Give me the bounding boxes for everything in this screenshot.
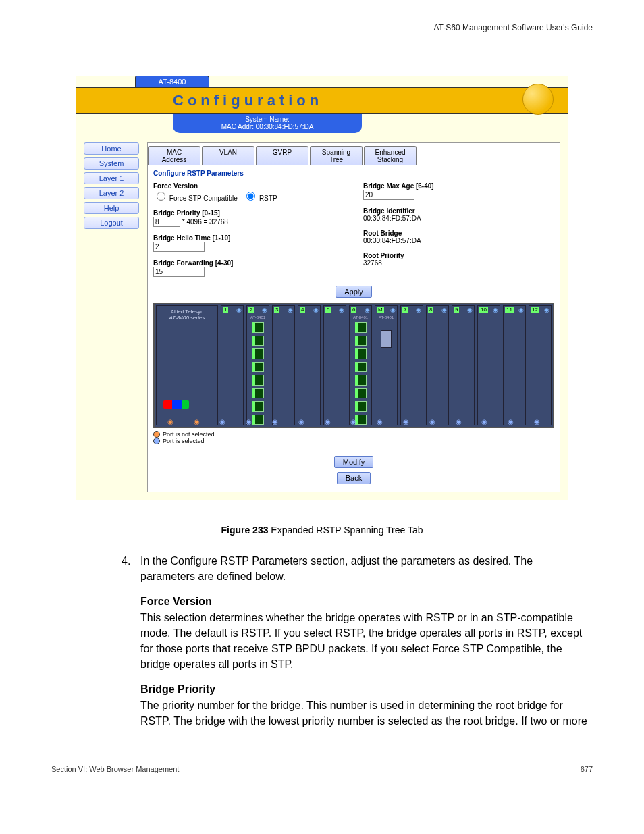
bridge-priority-label: Bridge Priority [0-15]	[153, 209, 220, 217]
chassis-label-slot: Allied Telesyn AT-8400 series	[156, 305, 218, 425]
tab-gvrp[interactable]: GVRP	[256, 146, 308, 165]
chassis-diagram: Allied Telesyn AT-8400 series 1◉ 2◉ AT-8…	[153, 303, 554, 428]
config-screenshot: AT-8400 Configuration System Name: MAC A…	[76, 76, 568, 500]
legend-dot-selected-icon	[153, 438, 160, 444]
chassis-slot-11[interactable]: 10◉	[477, 305, 500, 425]
chassis-slot-5[interactable]: 5◉	[323, 305, 346, 425]
tab-spanning[interactable]: Spanning Tree	[310, 146, 363, 165]
max-age-label: Bridge Max Age [6-40]	[363, 182, 434, 190]
chassis-slot-9[interactable]: 8◉	[426, 305, 449, 425]
bridge-forwarding-input[interactable]	[153, 267, 205, 277]
device-tab[interactable]: AT-8400	[135, 76, 209, 87]
chassis-slot-4[interactable]: 4◉	[298, 305, 321, 425]
page-header: AT-S60 Management Software User's Guide	[51, 23, 593, 32]
root-priority-label: Root Priority	[363, 252, 404, 259]
root-priority-value: 32768	[363, 259, 382, 267]
section-title: Configure RSTP Parameters	[148, 165, 560, 182]
right-column: Bridge Max Age [6-40] Bridge Identifier …	[363, 182, 554, 277]
chassis-slot-10[interactable]: 9◉	[452, 305, 475, 425]
gear-icon	[522, 84, 554, 115]
max-age-input[interactable]	[363, 190, 414, 200]
left-column: Force Version Force STP Compatible RSTP …	[153, 182, 344, 277]
port-legend: Port is not selected Port is selected	[148, 428, 560, 447]
content-panel: MAC Address VLAN GVRP Spanning Tree Enha…	[147, 142, 560, 492]
rstp-radio[interactable]: RSTP	[243, 194, 277, 202]
tab-mac[interactable]: MAC Address	[148, 146, 200, 165]
bridge-priority-input[interactable]	[153, 217, 180, 227]
hello-time-input[interactable]	[153, 242, 205, 252]
bridge-priority-heading: Bridge Priority	[140, 681, 587, 697]
chassis-slot-8[interactable]: 7◉	[400, 305, 423, 425]
system-name-bar: System Name: MAC Addr: 00:30:84:FD:57:DA	[173, 114, 362, 133]
chassis-footer-leds: ◉◉◉◉ ◉◉◉◉ ◉◉◉◉ ◉◉◉	[155, 418, 553, 425]
back-button[interactable]: Back	[337, 472, 371, 484]
force-version-label: Force Version	[153, 182, 198, 190]
tab-row: MAC Address VLAN GVRP Spanning Tree Enha…	[148, 146, 560, 165]
nav-system[interactable]: System	[84, 157, 139, 170]
step-number: 4.	[122, 553, 140, 729]
nav-layer1[interactable]: Layer 1	[84, 172, 139, 184]
force-version-heading: Force Version	[140, 594, 587, 609]
legend-dot-unselected-icon	[153, 431, 160, 438]
nav-home[interactable]: Home	[84, 142, 139, 155]
figure-caption: Figure 233 Expanded RSTP Spanning Tree T…	[51, 525, 593, 536]
chassis-slot-7[interactable]: M◉ AT-8401	[375, 305, 398, 425]
force-stp-radio[interactable]: Force STP Compatible	[153, 194, 240, 202]
footer-section: Section VI: Web Browser Management	[51, 765, 179, 773]
bridge-identifier-value: 00:30:84:FD:57:DA	[363, 215, 421, 222]
priority-suffix: * 4096 = 32768	[182, 218, 228, 226]
nav-help[interactable]: Help	[84, 202, 139, 214]
brand-logo-icon	[163, 400, 189, 409]
config-title-bar: Configuration	[76, 87, 568, 114]
chassis-slot-1[interactable]: 1◉	[221, 305, 244, 425]
footer-page: 677	[581, 765, 593, 773]
chassis-slot-2[interactable]: 2◉ AT-8401	[246, 305, 269, 425]
nav-layer2[interactable]: Layer 2	[84, 187, 139, 199]
chassis-slot-12[interactable]: 11◉	[503, 305, 526, 425]
chassis-slot-6[interactable]: 6◉ AT-8401	[349, 305, 372, 425]
tab-stacking[interactable]: Enhanced Stacking	[364, 146, 417, 165]
force-version-text: This selection determines whether the br…	[140, 610, 587, 673]
nav-logout[interactable]: Logout	[84, 217, 139, 229]
apply-button[interactable]: Apply	[336, 286, 372, 298]
modify-button[interactable]: Modify	[334, 456, 373, 468]
bridge-identifier-label: Bridge Identifier	[363, 207, 415, 215]
root-bridge-value: 00:30:84:FD:57:DA	[363, 237, 421, 244]
chassis-slot-13[interactable]: 12◉	[529, 305, 552, 425]
tab-vlan[interactable]: VLAN	[202, 146, 254, 165]
bridge-forwarding-label: Bridge Forwarding [4-30]	[153, 259, 233, 267]
side-nav: Home System Layer 1 Layer 2 Help Logout	[84, 142, 139, 232]
config-title: Configuration	[173, 92, 323, 109]
chassis-slot-3[interactable]: 3◉	[272, 305, 295, 425]
root-bridge-label: Root Bridge	[363, 230, 402, 237]
step-text: In the Configure RSTP Parameters section…	[140, 553, 587, 584]
bridge-priority-text: The priority number for the bridge. This…	[140, 698, 587, 729]
hello-time-label: Bridge Hello Time [1-10]	[153, 234, 230, 242]
